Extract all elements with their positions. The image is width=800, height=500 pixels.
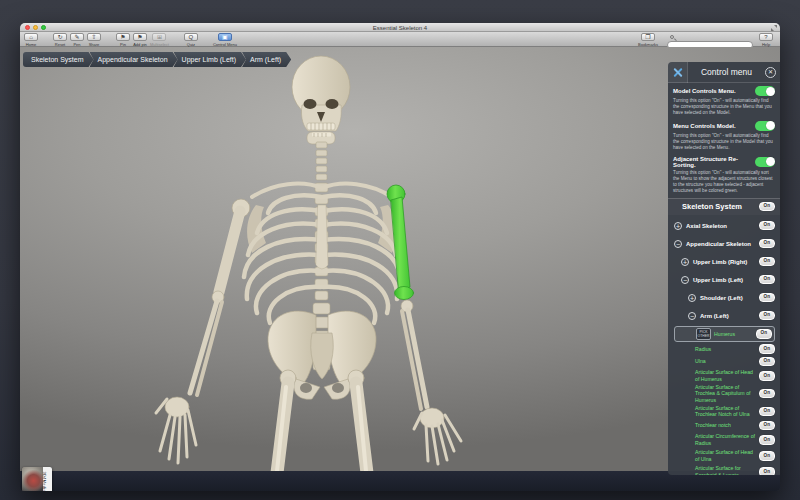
pick-other-button[interactable]: PICKOTHER [696,328,711,340]
home-icon: ⌂ [29,34,33,40]
structure-group-appendicular-skeleton[interactable]: −Appendicular SkeletonOn [674,235,775,253]
control-menu-icon: ▣ [222,34,228,40]
skull[interactable] [292,56,350,144]
structure-label: Arm (Left) [700,313,729,319]
toggle-switch[interactable] [755,121,775,131]
toggle-knob [766,121,775,130]
toolbar-left: ⌂Home↻Reset✎Pen⇧Share⚑Pin⚑Add pin⊞Multis… [24,33,240,47]
add-pin-icon: ⚑ [137,34,142,40]
toggle-description: Turning this option "On" - will automati… [673,133,775,151]
left-arm[interactable] [387,185,461,464]
structure-item-trochlear-notch[interactable]: Trochlear notchOn [674,419,775,432]
structure-item-articular-surface-of-trochlear-notch-of-ulna[interactable]: Articular Surface of Trochlear Notch of … [674,403,775,419]
structure-item-articular-surface-of-head-of-ulna[interactable]: Articular Surface of Head of UlnaOn [674,448,775,464]
tools-icon[interactable] [668,62,688,83]
toggle-block: Model Controls Menu.Turning this option … [668,83,780,118]
quiz-button[interactable]: Q [184,33,198,41]
viewport-bottom-bar [20,471,780,491]
control-menu-panel: Control menu ✕ Model Controls Menu.Turni… [668,62,780,475]
expand-icon[interactable]: + [688,294,696,302]
right-arm[interactable] [156,199,250,463]
on-button[interactable]: On [759,357,775,367]
toggle-description: Turning this option "On" - will automati… [673,170,775,194]
breadcrumb-item[interactable]: Appendicular Skeleton [90,52,178,67]
expand-icon[interactable]: + [674,222,682,230]
expand-icon[interactable]: + [681,258,689,266]
toolbar: ⌂Home↻Reset✎Pen⇧Share⚑Pin⚑Add pin⊞Multis… [20,32,780,47]
breadcrumb-item[interactable]: Skeleton System [23,52,94,67]
pin-button[interactable]: ⚑ [116,33,130,41]
bookmarks-button[interactable]: ❐ [641,33,655,41]
on-button[interactable]: On [759,344,775,354]
on-button[interactable]: On [759,257,775,267]
structure-label: Appendicular Skeleton [686,241,751,247]
structure-label: Articular Surface of Head of Ulna [695,449,759,462]
structure-list-title: Skeleton System [682,202,742,211]
structure-group-upper-limb-left-[interactable]: −Upper Limb (Left)On [674,271,775,289]
structure-group-upper-limb-right-[interactable]: +Upper Limb (Right)On [674,253,775,271]
control-menu-title: Control menu [688,67,765,77]
collapse-icon[interactable]: − [688,312,696,320]
collapse-icon[interactable]: − [674,240,682,248]
pen-button[interactable]: ✎ [70,33,84,41]
toggle-switch[interactable] [755,157,775,167]
skeleton-system-on-button[interactable]: On [759,202,775,212]
skeleton-model[interactable] [20,47,780,471]
on-button[interactable]: On [759,435,775,445]
close-panel-button[interactable]: ✕ [765,67,776,78]
structure-label: Shoulder (Left) [700,295,743,301]
toggle-switch[interactable] [755,86,775,96]
toggle-block: Adjacent Structure Re-Sorting.Turning th… [668,153,780,196]
toggle-label: Model Controls Menu. [673,88,736,94]
on-button[interactable]: On [759,467,775,475]
on-button[interactable]: On [759,311,775,321]
structure-label: Radius [695,346,711,353]
structure-item-articular-surface-of-trochlea-capitulum-of-humerus[interactable]: Articular Surface of Trochlea & Capitulu… [674,384,775,404]
desktop: Essential Skeleton 4 ⌂Home↻Reset✎Pen⇧Sha… [0,0,800,500]
breadcrumb-item[interactable]: Arm (Left) [242,52,291,67]
help-button[interactable]: ? [759,33,773,41]
on-button[interactable]: On [759,239,775,249]
multiselect-icon: ⊞ [157,34,162,40]
structure-item-articular-circumference-of-radius[interactable]: Articular Circumference of RadiusOn [674,432,775,448]
structure-item-humerus[interactable]: PICKOTHERHumerusOn [674,326,775,342]
obturator-foramen [300,383,312,393]
structure-item-articular-surface-of-head-of-humerus[interactable]: Articular Surface of Head of HumerusOn [674,368,775,384]
on-button[interactable]: On [759,407,775,417]
on-button[interactable]: On [759,371,775,381]
structure-label: Axial Skeleton [686,223,727,229]
on-button[interactable]: On [759,389,775,399]
toggle-knob [766,87,775,96]
on-button[interactable]: On [759,221,775,231]
on-button[interactable]: On [759,275,775,285]
on-button[interactable]: On [759,451,775,461]
toggle-label: Menu Controls Model. [673,123,736,129]
home-button[interactable]: ⌂ [24,33,38,41]
model-viewport[interactable]: Skeleton SystemAppendicular SkeletonUppe… [20,47,780,471]
structure-label: Articular Surface of Trochlea & Capitulu… [695,384,759,404]
add-pin-button[interactable]: ⚑ [133,33,147,41]
femurs[interactable] [277,370,367,471]
bookmarks-icon: ❐ [645,34,650,40]
multiselect-button[interactable]: ⊞ [152,33,166,41]
collapse-icon[interactable]: − [681,276,689,284]
breadcrumb-item[interactable]: Upper Limb (Left) [174,52,246,67]
brand-badge[interactable]: 3D4Medical [22,467,52,491]
structure-item-ulna[interactable]: UlnaOn [674,355,775,368]
structure-group-axial-skeleton[interactable]: +Axial SkeletonOn [674,217,775,235]
structure-item-articular-surface-for-scaphoid-lunate[interactable]: Articular Surface for Scaphoid & LunateO… [674,464,775,475]
structure-group-shoulder-left-[interactable]: +Shoulder (Left)On [674,289,775,307]
on-button[interactable]: On [759,293,775,303]
structure-label: Upper Limb (Right) [693,259,747,265]
window-title: Essential Skeleton 4 [20,23,780,32]
fullscreen-icon[interactable] [771,25,777,31]
share-button[interactable]: ⇧ [87,33,101,41]
quiz-icon: Q [189,34,194,40]
structure-label: Humerus [714,331,735,338]
structure-item-radius[interactable]: RadiusOn [674,343,775,356]
on-button[interactable]: On [759,421,775,431]
reset-button[interactable]: ↻ [53,33,67,41]
on-button[interactable]: On [756,329,772,339]
control-menu-button[interactable]: ▣ [218,33,232,41]
structure-group-arm-left-[interactable]: −Arm (Left)On [674,307,775,325]
